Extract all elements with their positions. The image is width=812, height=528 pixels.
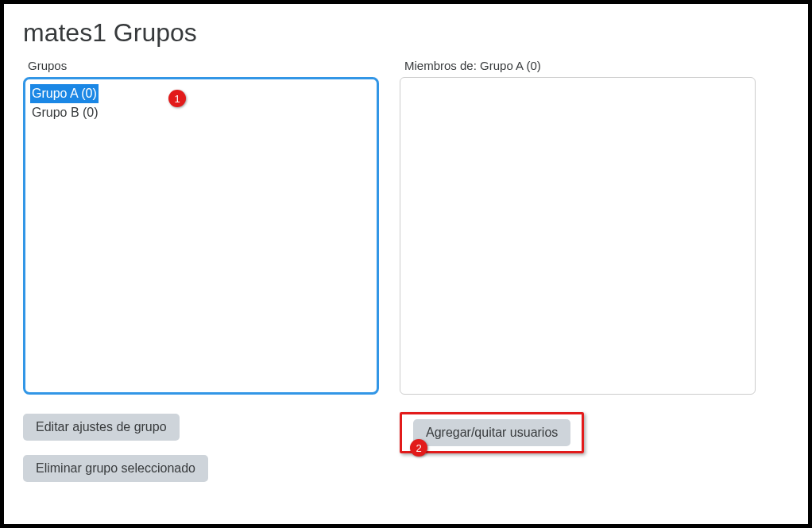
callout-badge-1: 1 — [168, 90, 186, 107]
group-item[interactable]: Grupo B (0) — [30, 103, 100, 122]
callout-badge-2: 2 — [410, 439, 427, 457]
page-title: mates1 Grupos — [23, 18, 789, 48]
delete-group-button[interactable]: Eliminar grupo seleccionado — [23, 455, 208, 482]
groups-label: Grupos — [28, 59, 379, 72]
edit-group-button[interactable]: Editar ajustes de grupo — [23, 414, 180, 441]
group-item[interactable]: Grupo A (0) — [30, 84, 99, 103]
groups-column: Grupos Grupo A (0) Grupo B (0) Editar aj… — [23, 59, 379, 482]
columns: Grupos Grupo A (0) Grupo B (0) Editar aj… — [23, 59, 789, 482]
groups-buttons: Editar ajustes de grupo Eliminar grupo s… — [23, 414, 379, 482]
members-column: Miembros de: Grupo A (0) Agregar/quitar … — [400, 59, 756, 482]
add-remove-users-button[interactable]: Agregar/quitar usuarios — [413, 419, 570, 446]
app-frame: mates1 Grupos Grupos Grupo A (0) Grupo B… — [0, 0, 812, 528]
groups-listbox[interactable]: Grupo A (0) Grupo B (0) — [23, 77, 379, 395]
members-label: Miembros de: Grupo A (0) — [404, 59, 756, 72]
members-listbox[interactable] — [400, 77, 756, 395]
members-buttons: Agregar/quitar usuarios — [400, 395, 756, 453]
